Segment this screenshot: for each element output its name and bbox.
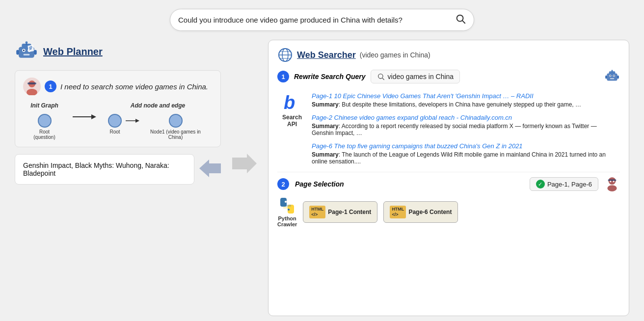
svg-point-42 [611, 70, 613, 71]
searcher-robot-icon [604, 69, 620, 84]
svg-marker-26 [232, 154, 257, 173]
root-node2-label: Root [109, 129, 120, 134]
svg-rect-55 [283, 205, 291, 207]
root-node-circle [38, 114, 52, 128]
svg-point-6 [23, 50, 25, 51]
svg-point-54 [288, 209, 290, 211]
search-query-box: video games in China [371, 70, 460, 83]
html-icon-1: HTML</> [309, 206, 325, 218]
web-searcher-title: Web Searcher [297, 50, 356, 60]
node1-label: Node1 (video games in China) [143, 129, 208, 140]
page6-content-label: Page-6 Content [408, 209, 452, 215]
search-input[interactable] [178, 16, 450, 24]
web-planner-header: Web Planner [15, 40, 221, 65]
root-node2-circle [108, 114, 122, 128]
result-row: Genshin Impact, Black Myths: Wuhong, Nar… [15, 154, 221, 185]
init-graph-section: Init Graph Root (question) [28, 102, 61, 140]
web-planner-robot-icon [15, 40, 38, 63]
page-selected-badge: ✓ Page-1, Page-6 [530, 177, 598, 191]
svg-point-50 [613, 181, 615, 182]
result-summary-3: Summary: The launch of the League of Leg… [312, 151, 620, 165]
result-item-2: Page-2 Chinese video games expand global… [312, 113, 620, 136]
step1-header: 1 I need to search some video games in C… [23, 78, 213, 95]
search-query-text: video games in China [388, 73, 454, 80]
step1-number: 1 [45, 80, 56, 92]
svg-point-38 [610, 75, 611, 76]
search-api-label: SearchAPI [282, 114, 302, 128]
search-api-icon-area: b SearchAPI [277, 91, 307, 128]
page-sel-robot-icon [604, 176, 620, 192]
crawler-row: PythonCrawler HTML</> Page-1 Content HTM… [277, 197, 620, 227]
result-item-3: Page-6 The top five gaming campaigns tha… [312, 141, 620, 165]
svg-rect-8 [24, 54, 30, 55]
globe-icon [277, 47, 293, 63]
python-icon-area: PythonCrawler [277, 197, 297, 227]
step1-bubble: 1 I need to search some video games in C… [15, 70, 221, 147]
svg-rect-12 [34, 50, 37, 55]
search-step1-number: 1 [277, 71, 289, 82]
result-title-1[interactable]: Page-1 10 Epic Chinese Video Games That … [312, 92, 534, 100]
svg-marker-24 [135, 119, 139, 123]
svg-rect-11 [16, 50, 19, 55]
svg-point-46 [609, 177, 616, 185]
svg-marker-25 [199, 160, 221, 177]
search-bar-area [0, 0, 644, 36]
bing-icon: b [283, 91, 301, 112]
graph-area: Init Graph Root (question) Add node and [23, 102, 213, 140]
checkmark-icon: ✓ [536, 180, 545, 188]
page6-content-box[interactable]: HTML</> Page-6 Content [383, 201, 458, 223]
svg-line-1 [462, 21, 465, 23]
init-graph-label: Init Graph [30, 102, 58, 109]
svg-rect-48 [608, 179, 616, 181]
page-selection-number: 2 [277, 178, 289, 190]
page1-content-label: Page-1 Content [328, 209, 371, 215]
result-title-3[interactable]: Page-6 The top five gaming campaigns tha… [312, 142, 523, 150]
result-text: Genshin Impact, Black Myths: Wuhong, Nar… [23, 161, 186, 177]
page-selection-row: 2 Page Selection ✓ Page-1, Page-6 [277, 172, 620, 192]
left-panel: Web Planner 1 I need to search some vide… [15, 40, 221, 316]
main-content: Web Planner 1 I need to search some vide… [0, 36, 644, 321]
search-results-area: b SearchAPI Page-1 10 Epic Chinese Video… [277, 91, 620, 167]
right-panel: Web Searcher (video games in China) 1 Re… [268, 40, 629, 316]
rewrite-label: Rewrite Search Query [294, 73, 366, 80]
page-selection-label: Page Selection [295, 180, 344, 188]
step1-text: I need to search some video games in Chi… [60, 82, 208, 91]
svg-point-10 [26, 41, 28, 44]
search-bar-container [170, 9, 474, 31]
user-avatar-icon [23, 78, 41, 95]
add-node-section: Add node and edge Root [108, 102, 208, 140]
graph-arrow [73, 113, 96, 121]
root-node-label: Root (question) [28, 129, 61, 140]
left-arrow-icon [199, 160, 221, 179]
node1-circle [169, 114, 183, 128]
svg-rect-43 [605, 76, 607, 79]
page1-content-box[interactable]: HTML</> Page-1 Content [303, 201, 377, 223]
result-summary-2: Summary: According to a report recently … [312, 123, 620, 136]
python-label: PythonCrawler [277, 215, 297, 227]
root-node-group: Root (question) [28, 111, 61, 140]
section-right-arrow [230, 154, 259, 173]
web-planner-title: Web Planner [43, 46, 103, 57]
result-item-1: Page-1 10 Epic Chinese Video Games That … [312, 91, 620, 108]
web-searcher-header: Web Searcher (video games in China) [277, 47, 620, 63]
svg-rect-44 [617, 76, 619, 79]
root-node2-group: Root [108, 114, 122, 134]
python-icon [278, 197, 296, 214]
svg-point-32 [378, 74, 382, 79]
search-button[interactable] [455, 13, 466, 27]
search-step1-row: 1 Rewrite Search Query video games in Ch… [277, 69, 620, 84]
svg-point-53 [285, 201, 287, 203]
add-node-label: Add node and edge [131, 102, 185, 109]
svg-point-39 [614, 75, 615, 76]
selected-pages-text: Page-1, Page-6 [547, 181, 592, 188]
svg-marker-22 [91, 114, 96, 119]
query-search-icon [377, 73, 385, 80]
web-searcher-subtitle: (video games in China) [360, 51, 430, 59]
result-bubble: Genshin Impact, Black Myths: Wuhong, Nar… [15, 154, 194, 185]
svg-rect-40 [610, 78, 615, 79]
result-title-2[interactable]: Page-2 Chinese video games expand global… [312, 114, 512, 121]
svg-point-47 [607, 185, 617, 191]
node1-group: Node1 (video games in China) [143, 114, 208, 140]
svg-text:b: b [284, 92, 295, 112]
html-icon-2: HTML</> [390, 206, 406, 218]
